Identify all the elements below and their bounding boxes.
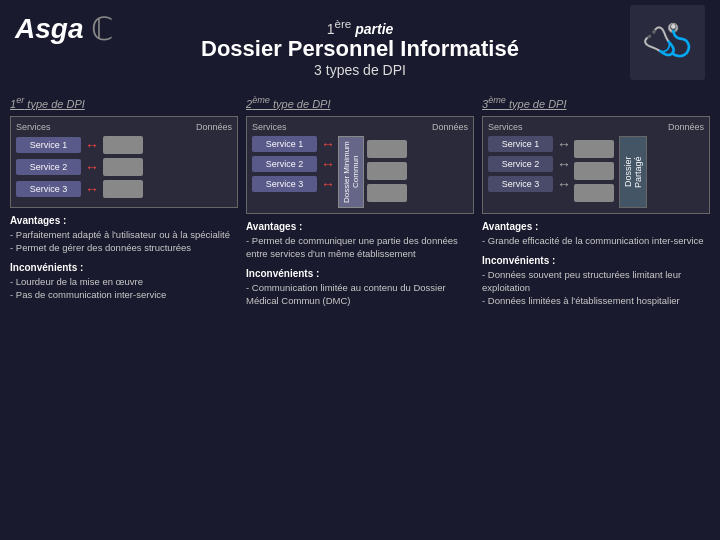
diagram-area-3: Services Données Service 1 ↔ Service 2 ↔ [482,116,710,214]
data-box-2-2 [367,162,407,180]
arrow-3-1: ↔ [557,136,571,152]
service-row-3-1: Service 1 ↔ [488,136,571,152]
dossier-commun-block: Dossier Minimum Commun [338,136,364,208]
stethoscope-icon: 🩺 [638,13,698,72]
avantages-body-2: - Permet de communiquer une partie des d… [246,235,474,261]
dossier-partage-block: Dossier Partagé [619,136,647,208]
data-boxes-col-3 [574,136,614,202]
data-box-1-3 [103,180,143,198]
diagram-header-1: Services Données [16,122,232,132]
avantages-title-2: Avantages : [246,220,474,234]
title-superscript: ère [334,17,351,30]
inconvenients-body-1: - Lourdeur de la mise en œuvre - Pas de … [10,276,238,302]
title-top: 1ère partie [201,17,519,37]
col-label-services-1: Services [16,122,51,132]
data-box-3-3 [574,184,614,202]
dpi-type-label-1: 1er type de DPI [10,95,238,110]
inconvenients-title-3: Inconvénients : [482,254,710,268]
diagram-header-2: Services Données [252,122,468,132]
service-row-1-1: Service 1 ↔ [16,136,232,154]
col-label-donnees-3: Données [668,122,704,132]
data-box-1-1 [103,136,143,154]
dpi-column-2: 2ème type de DPI Services Données Servic… [246,95,474,435]
service-row-1-3: Service 3 ↔ [16,180,232,198]
arrow-3-2: ↔ [557,156,571,172]
avantages-title-3: Avantages : [482,220,710,234]
arrow-1-3: ↔ [85,181,99,197]
title-block: 1ère partie Dossier Personnel Informatis… [201,17,519,79]
text-section-2: Avantages : - Permet de communiquer une … [246,220,474,435]
service-row-1-2: Service 2 ↔ [16,158,232,176]
diagram-area-1: Services Données Service 1 ↔ Service 2 ↔… [10,116,238,208]
title-sub: 3 types de DPI [201,62,519,78]
col-label-donnees-1: Données [196,122,232,132]
data-boxes-col-2 [367,136,407,202]
service-row-2-3: Service 3 ↔ [252,176,335,192]
logo-text: Asga [15,13,83,45]
data-box-2-3 [367,184,407,202]
inconvenients-title-2: Inconvénients : [246,267,474,281]
service-box-1-2: Service 2 [16,159,81,175]
service-box-3-3: Service 3 [488,176,553,192]
service-row-3-3: Service 3 ↔ [488,176,571,192]
arrow-2-2: ↔ [321,156,335,172]
service-box-1-1: Service 1 [16,137,81,153]
service-row-2-1: Service 1 ↔ [252,136,335,152]
logo-area: Asga ℂ [15,10,113,48]
service-box-3-1: Service 1 [488,136,553,152]
data-box-3-1 [574,140,614,158]
diagram-header-3: Services Données [488,122,704,132]
avantages-body-3: - Grande efficacité de la communication … [482,235,710,248]
col-label-services-2: Services [252,122,287,132]
data-box-2-1 [367,140,407,158]
dpi-type-label-3: 3ème type de DPI [482,95,710,110]
inconvenients-body-3: - Données souvent peu structurées limita… [482,269,710,307]
service-row-2-2: Service 2 ↔ [252,156,335,172]
data-box-1-2 [103,158,143,176]
inconvenients-body-2: - Communication limitée au contenu du Do… [246,282,474,308]
service-boxes-col-3: Service 1 ↔ Service 2 ↔ Service 3 ↔ [488,136,571,196]
service-box-2-2: Service 2 [252,156,317,172]
inconvenients-title-1: Inconvénients : [10,261,238,275]
data-box-3-2 [574,162,614,180]
arrow-1-1: ↔ [85,137,99,153]
main-content: 1er type de DPI Services Données Service… [0,95,720,435]
logo-icon: ℂ [91,10,113,48]
service-box-2-1: Service 1 [252,136,317,152]
col-label-donnees-2: Données [432,122,468,132]
avantages-body-1: - Parfaitement adapté à l'utilisateur ou… [10,229,238,255]
dpi-type-label-2: 2ème type de DPI [246,95,474,110]
header-image: 🩺 [630,5,705,80]
col-label-services-3: Services [488,122,523,132]
page: Asga ℂ 1ère partie Dossier Personnel Inf… [0,0,720,540]
service-box-2-3: Service 3 [252,176,317,192]
title-main: Dossier Personnel Informatisé [201,36,519,62]
text-section-1: Avantages : - Parfaitement adapté à l'ut… [10,214,238,435]
text-section-3: Avantages : - Grande efficacité de la co… [482,220,710,435]
dpi-column-1: 1er type de DPI Services Données Service… [10,95,238,435]
avantages-title-1: Avantages : [10,214,238,228]
service-box-3-2: Service 2 [488,156,553,172]
header: Asga ℂ 1ère partie Dossier Personnel Inf… [0,0,720,95]
arrow-2-1: ↔ [321,136,335,152]
arrow-1-2: ↔ [85,159,99,175]
diagram-area-2: Services Données Service 1 ↔ Service 2 ↔ [246,116,474,214]
service-boxes-col-2: Service 1 ↔ Service 2 ↔ Service 3 ↔ [252,136,335,196]
service-box-1-3: Service 3 [16,181,81,197]
title-italic: partie [355,20,393,36]
dpi-column-3: 3ème type de DPI Services Données Servic… [482,95,710,435]
arrow-3-3: ↔ [557,176,571,192]
arrow-2-3: ↔ [321,176,335,192]
service-row-3-2: Service 2 ↔ [488,156,571,172]
